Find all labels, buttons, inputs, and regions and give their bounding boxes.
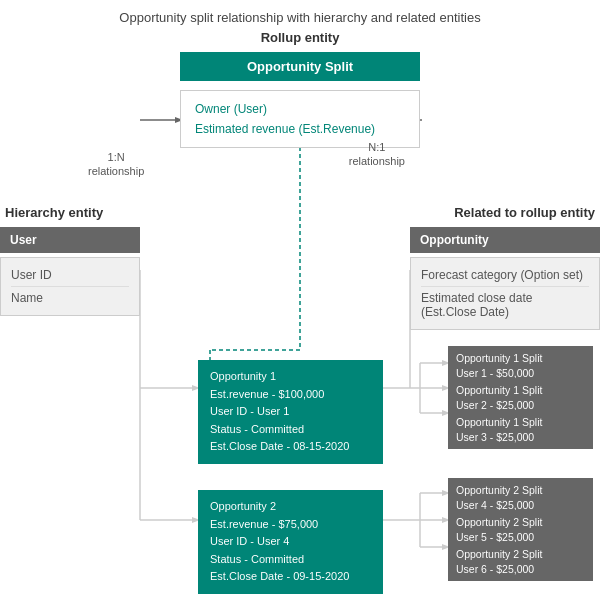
opp2-line2: Est.revenue - $75,000	[210, 516, 371, 534]
related-field-closedate: Estimated close date (Est.Close Date)	[421, 287, 589, 323]
related-field-forecast: Forecast category (Option set)	[421, 264, 589, 287]
rollup-section-label: Rollup entity	[200, 30, 400, 45]
opp1-line2: Est.revenue - $100,000	[210, 386, 371, 404]
hierarchy-section-label: Hierarchy entity	[0, 205, 140, 220]
rollup-title-box: Opportunity Split	[180, 52, 420, 81]
related-section-label: Related to rollup entity	[410, 205, 600, 220]
related-fields-box: Forecast category (Option set) Estimated…	[410, 257, 600, 330]
hierarchy-title-box: User	[0, 227, 140, 253]
opp2-split3-box: Opportunity 2 Split User 6 - $25,000	[448, 542, 593, 581]
related-title-box: Opportunity	[410, 227, 600, 253]
opp1-line1: Opportunity 1	[210, 368, 371, 386]
opp2-line3: User ID - User 4	[210, 533, 371, 551]
rel-label-left: 1:N relationship	[88, 150, 144, 179]
opp1-split3-box: Opportunity 1 Split User 3 - $25,000	[448, 410, 593, 449]
hierarchy-field-userid: User ID	[11, 264, 129, 287]
hierarchy-fields-box: User ID Name	[0, 257, 140, 316]
page-title: Opportunity split relationship with hier…	[0, 0, 600, 30]
opp2-line4: Status - Committed	[210, 551, 371, 569]
opp2-line5: Est.Close Date - 09-15-2020	[210, 568, 371, 586]
opp2-line1: Opportunity 2	[210, 498, 371, 516]
rollup-field-revenue: Estimated revenue (Est.Revenue)	[195, 119, 405, 139]
opp1-line4: Status - Committed	[210, 421, 371, 439]
opportunity-1-box: Opportunity 1 Est.revenue - $100,000 Use…	[198, 360, 383, 464]
opp1-line3: User ID - User 1	[210, 403, 371, 421]
rel-label-right: N:1 relationship	[349, 140, 405, 169]
rollup-field-owner: Owner (User)	[195, 99, 405, 119]
opp1-line5: Est.Close Date - 08-15-2020	[210, 438, 371, 456]
opportunity-2-box: Opportunity 2 Est.revenue - $75,000 User…	[198, 490, 383, 594]
hierarchy-field-name: Name	[11, 287, 129, 309]
